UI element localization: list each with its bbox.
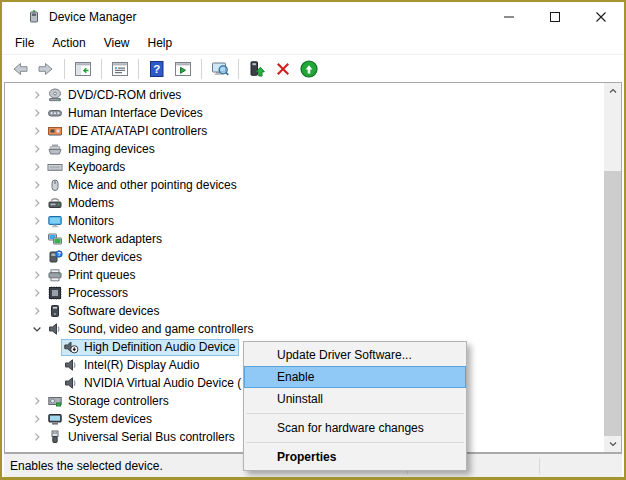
svg-text:?: ? bbox=[153, 63, 160, 75]
menubar-item-file[interactable]: File bbox=[6, 33, 43, 53]
minimize-button[interactable] bbox=[486, 2, 532, 32]
context-menu-item-uninstall[interactable]: Uninstall bbox=[244, 388, 466, 410]
tree-item-label: Storage controllers bbox=[68, 393, 169, 410]
chevron-right-icon[interactable] bbox=[29, 87, 45, 103]
chevron-down-icon[interactable] bbox=[29, 321, 45, 337]
tree-item-high-definition-audio-device[interactable]: High Definition Audio Device bbox=[61, 339, 239, 356]
tree-item-network-adapters[interactable]: Network adapters bbox=[45, 231, 166, 248]
chevron-right-icon[interactable] bbox=[29, 141, 45, 157]
chevron-right-icon[interactable] bbox=[29, 105, 45, 121]
processor-icon bbox=[47, 285, 63, 301]
tree-row: Network adapters bbox=[5, 230, 604, 248]
scrollbar-up-button[interactable] bbox=[604, 83, 621, 99]
toolbar-scan-computer-button[interactable] bbox=[208, 57, 232, 81]
tree-item-label: Network adapters bbox=[68, 231, 162, 248]
context-menu-item-scan-for-hardware-changes[interactable]: Scan for hardware changes bbox=[244, 417, 466, 439]
chevron-right-icon[interactable] bbox=[29, 267, 45, 283]
title-bar: Device Manager bbox=[2, 2, 624, 32]
tree-item-universal-serial-bus-controllers[interactable]: Universal Serial Bus controllers bbox=[45, 429, 239, 446]
menubar-item-view[interactable]: View bbox=[95, 33, 139, 53]
menu-bar: FileActionViewHelp bbox=[2, 32, 624, 55]
uninstall-icon bbox=[273, 59, 293, 79]
chevron-right-icon[interactable] bbox=[29, 411, 45, 427]
toolbar-help-button[interactable]: ? bbox=[145, 57, 169, 81]
toolbar-action-pane-button[interactable] bbox=[171, 57, 195, 81]
minimize-icon bbox=[503, 11, 515, 23]
sound-controller-icon bbox=[63, 375, 79, 391]
tree-item-label: Human Interface Devices bbox=[68, 105, 203, 122]
tree-item-keyboards[interactable]: Keyboards bbox=[45, 159, 129, 176]
chevron-right-icon[interactable] bbox=[29, 123, 45, 139]
tree-row: IDE ATA/ATAPI controllers bbox=[5, 122, 604, 140]
tree-item-label: Sound, video and game controllers bbox=[68, 321, 253, 338]
tree-item-human-interface-devices[interactable]: Human Interface Devices bbox=[45, 105, 207, 122]
keyboard-icon bbox=[47, 159, 63, 175]
tree-row: Monitors bbox=[5, 212, 604, 230]
statusbar-divider bbox=[539, 458, 540, 474]
menubar-item-action[interactable]: Action bbox=[43, 33, 94, 53]
tree-item-monitors[interactable]: Monitors bbox=[45, 213, 118, 230]
tree-item-other-devices[interactable]: ?Other devices bbox=[45, 249, 146, 266]
tree-item-mice-and-other-pointing-devices[interactable]: Mice and other pointing devices bbox=[45, 177, 241, 194]
tree-item-sound-video-and-game-controllers[interactable]: Sound, video and game controllers bbox=[45, 321, 257, 338]
tree-row: DVD/CD-ROM drives bbox=[5, 86, 604, 104]
tree-item-ide-ata-atapi-controllers[interactable]: IDE ATA/ATAPI controllers bbox=[45, 123, 211, 140]
chevron-right-icon[interactable] bbox=[29, 177, 45, 193]
tree-item-storage-controllers[interactable]: Storage controllers bbox=[45, 393, 173, 410]
chevron-right-icon[interactable] bbox=[29, 285, 45, 301]
chevron-right-icon[interactable] bbox=[29, 195, 45, 211]
tree-item-label: IDE ATA/ATAPI controllers bbox=[68, 123, 207, 140]
chevron-right-icon[interactable] bbox=[29, 249, 45, 265]
monitor-icon bbox=[47, 213, 63, 229]
tree-item-intel-r-display-audio[interactable]: Intel(R) Display Audio bbox=[61, 357, 203, 374]
tree-item-processors[interactable]: Processors bbox=[45, 285, 132, 302]
tree-row: Modems bbox=[5, 194, 604, 212]
console-tree-icon bbox=[73, 59, 93, 79]
toolbar-back-button[interactable] bbox=[8, 57, 32, 81]
chevron-right-icon[interactable] bbox=[29, 159, 45, 175]
menubar-item-help[interactable]: Help bbox=[139, 33, 182, 53]
scrollbar-down-button[interactable] bbox=[604, 436, 621, 452]
chevron-right-icon[interactable] bbox=[29, 213, 45, 229]
toolbar-console-tree-button[interactable] bbox=[71, 57, 95, 81]
toolbar-update-driver-button[interactable] bbox=[297, 57, 321, 81]
tree-item-label: Intel(R) Display Audio bbox=[84, 357, 199, 374]
context-menu-item-properties[interactable]: Properties bbox=[244, 446, 466, 468]
tree-item-modems[interactable]: Modems bbox=[45, 195, 118, 212]
vertical-scrollbar[interactable] bbox=[604, 83, 621, 452]
tree-item-nvidia-virtual-audio-device[interactable]: NVIDIA Virtual Audio Device ( bbox=[61, 375, 245, 392]
tree-item-print-queues[interactable]: Print queues bbox=[45, 267, 139, 284]
human-interface-device-icon bbox=[47, 105, 63, 121]
toolbar-separator bbox=[201, 59, 202, 79]
toolbar-separator bbox=[238, 59, 239, 79]
maximize-icon bbox=[549, 11, 561, 23]
context-menu-item-enable[interactable]: Enable bbox=[244, 366, 466, 388]
chevron-right-icon[interactable] bbox=[29, 429, 45, 445]
toolbar-separator bbox=[101, 59, 102, 79]
help-icon: ? bbox=[147, 59, 167, 79]
chevron-right-icon[interactable] bbox=[29, 231, 45, 247]
context-menu-item-update-driver-software[interactable]: Update Driver Software... bbox=[244, 344, 466, 366]
tree-row: Keyboards bbox=[5, 158, 604, 176]
tree-item-label: Monitors bbox=[68, 213, 114, 230]
toolbar-enable-device-button[interactable] bbox=[245, 57, 269, 81]
properties-icon bbox=[110, 59, 130, 79]
tree-item-software-devices[interactable]: Software devices bbox=[45, 303, 163, 320]
tree-item-imaging-devices[interactable]: Imaging devices bbox=[45, 141, 159, 158]
tree-item-label: System devices bbox=[68, 411, 152, 428]
scrollbar-thumb[interactable] bbox=[604, 171, 621, 439]
tree-row: Print queues bbox=[5, 266, 604, 284]
toolbar-properties-button[interactable] bbox=[108, 57, 132, 81]
toolbar-forward-button[interactable] bbox=[34, 57, 58, 81]
maximize-button[interactable] bbox=[532, 2, 578, 32]
close-button[interactable] bbox=[578, 2, 624, 32]
toolbar-uninstall-button[interactable] bbox=[271, 57, 295, 81]
context-menu: Update Driver Software...EnableUninstall… bbox=[243, 341, 467, 471]
tree-item-label: Modems bbox=[68, 195, 114, 212]
tree-item-dvd-cd-rom-drives[interactable]: DVD/CD-ROM drives bbox=[45, 87, 185, 104]
sound-controller-icon bbox=[47, 321, 63, 337]
chevron-right-icon[interactable] bbox=[29, 393, 45, 409]
tree-item-system-devices[interactable]: System devices bbox=[45, 411, 156, 428]
chevron-right-icon[interactable] bbox=[29, 303, 45, 319]
dvd-drive-icon bbox=[47, 87, 63, 103]
